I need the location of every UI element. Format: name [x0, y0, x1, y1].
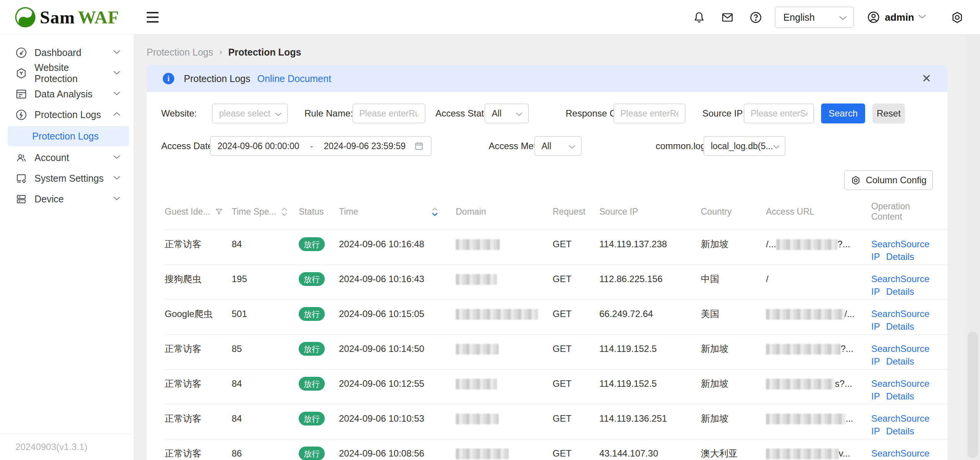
cell-request: GET [553, 230, 599, 264]
cell-time: 2024-09-06 10:16:43 [339, 264, 456, 299]
sidebar-item-account[interactable]: Account [0, 147, 134, 168]
sidebar-item-device[interactable]: Device [0, 189, 134, 209]
top-bar: SamWAF English admin [0, 0, 980, 34]
log-source-select[interactable]: local_log.db(5... [704, 136, 785, 156]
website-select[interactable]: please select [212, 104, 288, 123]
redacted-domain [456, 344, 499, 355]
cell-access-url: v... [766, 439, 871, 460]
cell-domain [456, 439, 553, 460]
cell-country: 中国 [701, 264, 766, 299]
cell-access-url: / [766, 264, 871, 299]
redacted-domain [456, 309, 538, 320]
app-version: 20240903(v1.3.1) [0, 433, 134, 460]
chevron-down-icon [113, 70, 121, 77]
scrollbar-track[interactable] [965, 34, 980, 460]
access-status-label: Access Statu [435, 108, 484, 119]
banner-close-icon[interactable]: ✕ [922, 73, 931, 84]
cell-source-ip: 112.86.225.156 [599, 264, 701, 299]
redacted-url [776, 239, 838, 250]
access-method-select[interactable]: All [534, 136, 582, 156]
cell-time-spent: 195 [232, 264, 299, 299]
cell-operation: SearchSource IPDetails [871, 404, 955, 439]
dashboard-icon [15, 47, 27, 59]
cell-request: GET [553, 264, 599, 299]
cell-guest-identity: 正常访客 [165, 369, 232, 404]
source-ip-input[interactable] [744, 104, 814, 123]
sidebar-subitem-protection-logs-active[interactable]: Protection Logs [8, 126, 129, 146]
rule-name-input[interactable] [352, 104, 425, 123]
notification-bell-icon[interactable] [692, 10, 706, 24]
table-row: 正常访客 84 放行 2024-09-06 10:12:55 GET 114.1… [165, 369, 955, 404]
logo-text-sam: Sam [40, 7, 75, 27]
chevron-down-icon [839, 12, 847, 23]
status-badge: 放行 [299, 272, 325, 286]
col-guest-identity[interactable]: Guest Ide... [165, 194, 232, 230]
username: admin [885, 12, 914, 23]
redacted-domain [456, 379, 497, 389]
settings-gear-icon[interactable] [950, 10, 964, 24]
table-row: 正常访客 84 放行 2024-09-06 10:10:53 GET 114.1… [165, 404, 955, 439]
menu-collapse-icon[interactable] [147, 9, 164, 26]
sidebar-item-data-analysis[interactable]: Data Analysis [0, 84, 134, 104]
details-link[interactable]: Details [886, 286, 914, 297]
redacted-domain [456, 274, 497, 285]
mail-icon[interactable] [720, 10, 734, 24]
redacted-domain [456, 449, 509, 459]
sort-desc-active-icon[interactable] [432, 207, 438, 216]
cell-guest-identity: Google爬虫 [165, 299, 232, 334]
shield-icon [15, 67, 27, 79]
language-select[interactable]: English [775, 7, 854, 28]
cell-time-spent: 501 [232, 299, 299, 334]
breadcrumb-parent[interactable]: Protection Logs [147, 47, 213, 58]
search-source-ip-link[interactable]: SearchSource IP [871, 448, 929, 460]
chevron-down-icon [773, 141, 780, 151]
access-status-select[interactable]: All [484, 104, 529, 123]
column-config-button[interactable]: Column Config [844, 170, 933, 190]
col-time-spent[interactable]: Time Spe... [232, 194, 299, 230]
cell-guest-identity: 正常访客 [165, 334, 232, 369]
scrollbar-thumb[interactable] [967, 332, 978, 458]
details-link[interactable]: Details [886, 321, 914, 332]
cell-country: 新加坡 [701, 334, 766, 369]
sort-icon[interactable] [281, 207, 288, 216]
sidebar-item-protection-logs[interactable]: Protection Logs [0, 104, 134, 125]
col-time[interactable]: Time [339, 194, 456, 230]
sidebar-item-system-settings[interactable]: System Settings [0, 168, 134, 189]
details-link[interactable]: Details [886, 251, 914, 262]
status-badge: 放行 [299, 412, 325, 426]
search-button[interactable]: Search [821, 104, 865, 123]
logs-table: Guest Ide... Time Spe... Status Time Dom… [147, 194, 947, 460]
col-request: Request [553, 194, 599, 230]
sidebar-item-website-protection[interactable]: Website Protection [0, 63, 134, 84]
access-date-range[interactable]: 2024-09-06 00:00:00 - 2024-09-06 23:59:5… [210, 136, 432, 156]
logs-card: Website: please select Rule Name: Access… [147, 92, 947, 460]
log-source-label: common.log [656, 141, 704, 151]
online-document-link[interactable]: Online Document [257, 73, 331, 84]
details-link[interactable]: Details [886, 356, 914, 366]
chevron-down-icon [275, 108, 282, 119]
chevron-up-icon [113, 111, 121, 118]
cell-access-url: /... [766, 299, 871, 334]
cell-status: 放行 [299, 439, 339, 460]
reset-button[interactable]: Reset [872, 104, 905, 123]
filter-funnel-icon[interactable] [215, 207, 223, 216]
cell-country: 新加坡 [701, 369, 766, 404]
user-menu[interactable]: admin [867, 11, 926, 24]
table-header-row: Guest Ide... Time Spe... Status Time Dom… [165, 194, 955, 230]
language-value: English [783, 12, 815, 23]
help-icon[interactable] [749, 10, 762, 24]
breadcrumb-separator: › [219, 47, 222, 57]
cell-operation: SearchSource IPDetails [871, 299, 955, 334]
details-link[interactable]: Details [886, 391, 914, 401]
access-method-label: Access Meth [489, 141, 534, 151]
breadcrumb-current: Protection Logs [228, 47, 301, 58]
cell-access-url: s?... [766, 369, 871, 404]
cell-source-ip: 66.249.72.64 [599, 299, 701, 334]
user-avatar-icon [867, 11, 880, 24]
cell-access-url: ?... [766, 334, 871, 369]
sidebar-item-dashboard[interactable]: Dashboard [0, 42, 134, 63]
response-code-input[interactable] [614, 104, 686, 123]
cell-source-ip: 114.119.152.5 [599, 334, 701, 369]
details-link[interactable]: Details [886, 426, 914, 436]
cell-time: 2024-09-06 10:10:53 [339, 404, 456, 439]
